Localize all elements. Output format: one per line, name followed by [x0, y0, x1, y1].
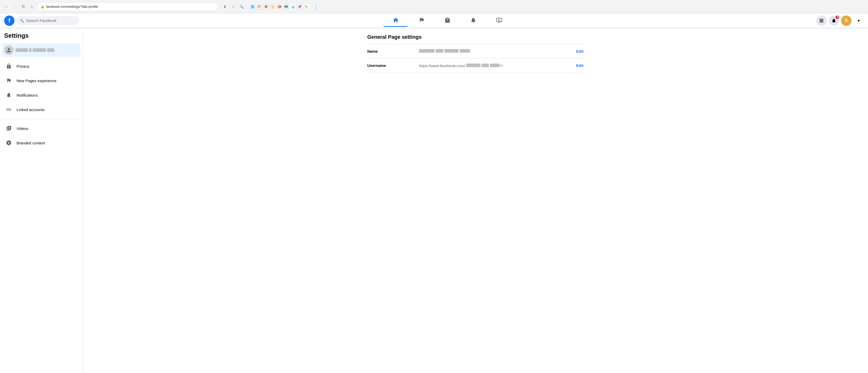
sidebar-title: Settings — [2, 32, 81, 43]
sidebar-item-linked-accounts[interactable]: Linked accounts — [2, 102, 81, 117]
blur-block-2 — [29, 48, 32, 52]
settings-panel: General Page settings Name Edit — [359, 28, 592, 79]
nav-pages[interactable] — [409, 14, 434, 27]
notification-bell-button[interactable]: 3 — [829, 15, 839, 26]
sidebar-item-new-pages[interactable]: New Pages experience — [2, 73, 81, 88]
name-blur-1 — [419, 49, 435, 53]
sidebar-item-label-videos: Videos — [17, 126, 28, 131]
page-title: General Page settings — [367, 34, 584, 40]
name-blur-3 — [444, 49, 459, 53]
username-suffix: n — [501, 63, 503, 67]
notification-count: 3 — [835, 15, 840, 20]
sidebar-item-label-privacy: Privacy — [17, 64, 29, 68]
username-blur-2 — [482, 64, 489, 67]
ext-icon-6[interactable]: 🎮 — [283, 4, 289, 10]
settings-row-username: Username https://www.facebook.com/ n Edi… — [367, 58, 584, 73]
address-bar[interactable]: 🔒 facebook.com/settings/?tab=profile — [37, 2, 218, 11]
name-value — [419, 49, 576, 54]
ext-icon-1[interactable]: 🌐 — [249, 4, 255, 10]
browser-nav-buttons: ← → ↻ ⌂ — [3, 3, 35, 10]
ext-icon-7[interactable]: 📊 — [290, 4, 296, 10]
profile-name-blur — [16, 48, 54, 52]
name-blur-4 — [460, 49, 470, 53]
name-label: Name — [367, 49, 419, 54]
sidebar-item-videos[interactable]: Videos — [2, 121, 81, 136]
nav-video[interactable] — [487, 14, 512, 27]
sidebar-divider — [2, 119, 81, 119]
browser-chrome: ← → ↻ ⌂ 🔒 facebook.com/settings/?tab=pro… — [0, 0, 868, 13]
sidebar-profile-section[interactable] — [2, 43, 81, 57]
blur-block-4 — [47, 48, 54, 52]
profile-icon — [4, 45, 13, 55]
username-blur-3 — [490, 64, 500, 67]
name-value-blur — [419, 49, 470, 53]
main-layout: Settings Privacy — [0, 28, 868, 373]
settings-row-name: Name Edit — [367, 44, 584, 58]
blur-block-3 — [33, 48, 46, 52]
sidebar: Settings Privacy — [0, 28, 83, 373]
reload-button[interactable]: ↻ — [20, 3, 27, 10]
account-menu-arrow[interactable]: ▼ — [854, 15, 864, 26]
nav-home[interactable] — [383, 14, 408, 27]
name-blur-2 — [436, 49, 443, 53]
branded-content-icon — [4, 138, 13, 147]
search-placeholder: Search Facebook — [26, 18, 57, 23]
ext-icon-8[interactable]: 📌 — [297, 4, 303, 10]
facebook-app: f 🔍 Search Facebook — [0, 13, 868, 373]
sidebar-item-label-new-pages: New Pages experience — [17, 78, 56, 83]
tab-search-button[interactable]: 🔍 — [238, 3, 245, 10]
new-pages-icon — [4, 76, 13, 85]
avatar[interactable]: S — [841, 15, 851, 26]
downloads-button[interactable]: ⬇ — [221, 3, 229, 10]
privacy-icon — [4, 62, 13, 71]
settings-content-area: General Page settings Name Edit — [83, 28, 868, 373]
username-edit-button[interactable]: Edit — [576, 63, 584, 68]
home-button[interactable]: ⌂ — [28, 3, 35, 10]
sidebar-item-privacy[interactable]: Privacy — [2, 59, 81, 73]
ext-icon-2[interactable]: 🛡 — [256, 4, 262, 10]
search-bar[interactable]: 🔍 Search Facebook — [17, 16, 79, 25]
notifications-icon — [4, 91, 13, 100]
username-label: Username — [367, 63, 419, 68]
nav-notifications-center[interactable] — [461, 14, 486, 27]
username-value-blur: n — [466, 63, 503, 67]
url-prefix: https://www.facebook.com/ — [419, 64, 465, 68]
sidebar-item-notifications[interactable]: Notifications — [2, 88, 81, 102]
ext-icon-4[interactable]: ⭐ — [270, 4, 276, 10]
url-text: facebook.com/settings/?tab=profile — [46, 5, 98, 8]
search-icon: 🔍 — [20, 19, 24, 23]
browser-actions: ⬇ ☆ 🔍 — [221, 3, 245, 10]
browser-menu-button[interactable]: ⋮ — [312, 3, 320, 10]
videos-icon — [4, 124, 13, 133]
nav-marketplace[interactable] — [435, 14, 460, 27]
linked-accounts-icon — [4, 105, 13, 114]
blur-block-1 — [16, 48, 28, 52]
ext-icon-9[interactable]: 🔧 — [303, 4, 309, 10]
name-edit-button[interactable]: Edit — [576, 49, 584, 54]
ext-icon-3[interactable]: 🦊 — [263, 4, 269, 10]
nav-center — [79, 14, 816, 27]
back-button[interactable]: ← — [3, 3, 10, 10]
lock-icon: 🔒 — [41, 5, 44, 8]
forward-button[interactable]: → — [11, 3, 19, 10]
top-navigation: f 🔍 Search Facebook — [0, 13, 868, 28]
bookmark-button[interactable]: ☆ — [230, 3, 237, 10]
username-blur-1 — [466, 64, 480, 67]
sidebar-item-label-linked-accounts: Linked accounts — [17, 107, 44, 112]
browser-extensions: 🌐 🛡 🦊 ⭐ 🎯 🎮 📊 📌 🔧 — [249, 4, 309, 10]
sidebar-item-label-branded-content: Branded content — [17, 141, 45, 145]
sidebar-item-label-notifications: Notifications — [17, 93, 38, 97]
nav-right: 3 S ▼ — [816, 15, 864, 26]
sidebar-item-branded-content[interactable]: Branded content — [2, 136, 81, 150]
ext-icon-5[interactable]: 🎯 — [276, 4, 282, 10]
apps-button[interactable] — [816, 15, 827, 26]
facebook-logo[interactable]: f — [4, 15, 14, 26]
username-value: https://www.facebook.com/ n — [419, 63, 576, 68]
